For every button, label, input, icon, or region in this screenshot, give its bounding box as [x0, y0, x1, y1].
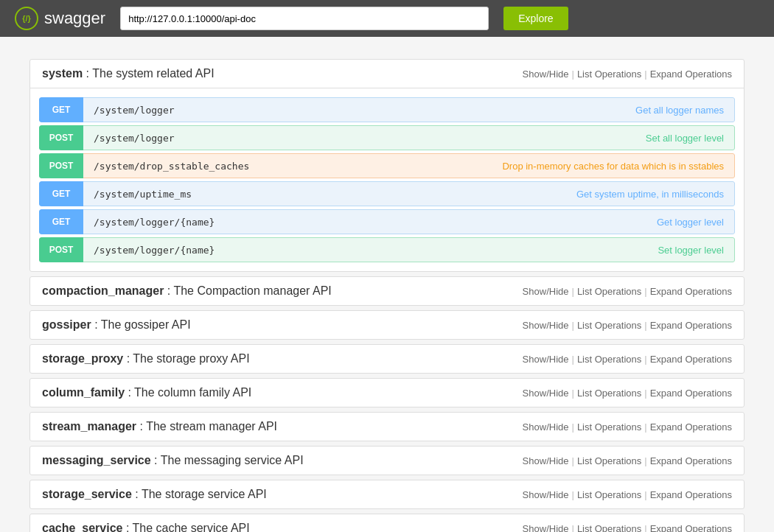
section-controls: Show/Hide | List Operations | Expand Ope… [523, 320, 732, 331]
section-controls: Show/Hide | List Operations | Expand Ope… [523, 286, 732, 297]
show-hide-link[interactable]: Show/Hide [523, 523, 569, 533]
method-badge-get: GET [39, 209, 83, 234]
api-section-compaction_manager: compaction_manager : The Compaction mana… [29, 276, 745, 306]
api-section-header: compaction_manager : The Compaction mana… [30, 277, 744, 305]
endpoint-description: Get all logger names [588, 97, 735, 122]
expand-operations-link[interactable]: Expand Operations [650, 354, 732, 365]
api-section-title: stream_manager : The stream manager API [42, 420, 523, 433]
endpoint-description: Get system uptime, in milliseconds [566, 181, 735, 206]
show-hide-link[interactable]: Show/Hide [523, 421, 569, 433]
method-badge-get: GET [39, 97, 83, 122]
endpoint-description: Drop in-memory caches for data which is … [492, 153, 735, 178]
endpoint-row: GET /system/uptime_ms Get system uptime,… [39, 181, 735, 206]
swagger-logo-icon: {/} [15, 7, 38, 30]
list-operations-link[interactable]: List Operations [577, 421, 641, 433]
endpoint-row: GET /system/logger/{name} Get logger lev… [39, 209, 735, 234]
endpoint-path: /system/logger [83, 97, 588, 122]
api-section-storage_service: storage_service : The storage service AP… [29, 480, 745, 509]
endpoint-path: /system/drop_sstable_caches [83, 153, 492, 178]
section-controls: Show/Hide | List Operations | Expand Ope… [523, 523, 732, 533]
list-operations-link[interactable]: List Operations [577, 286, 641, 297]
api-section-messaging_service: messaging_service : The messaging servic… [29, 446, 745, 475]
expand-operations-link[interactable]: Expand Operations [650, 523, 732, 533]
api-section-header: cache_service : The cache service API Sh… [30, 514, 744, 532]
expand-operations-link[interactable]: Expand Operations [650, 320, 732, 331]
expand-operations-link[interactable]: Expand Operations [650, 286, 732, 297]
header: {/} swagger Explore [0, 0, 774, 37]
endpoint-row: POST /system/logger Set all logger level [39, 125, 735, 150]
show-hide-link[interactable]: Show/Hide [523, 354, 569, 365]
system-section-controls: Show/Hide | List Operations | Expand Ope… [523, 69, 732, 80]
section-controls: Show/Hide | List Operations | Expand Ope… [523, 455, 732, 466]
api-sections-container: compaction_manager : The Compaction mana… [29, 276, 745, 532]
section-controls: Show/Hide | List Operations | Expand Ope… [523, 354, 732, 365]
endpoint-row: POST /system/logger/{name} Set logger le… [39, 237, 735, 262]
api-section-storage_proxy: storage_proxy : The storage proxy API Sh… [29, 344, 745, 374]
expand-operations-link[interactable]: Expand Operations [650, 455, 732, 466]
section-controls: Show/Hide | List Operations | Expand Ope… [523, 489, 732, 500]
swagger-logo-text: swagger [44, 9, 105, 28]
api-section-header: storage_service : The storage service AP… [30, 480, 744, 508]
api-section-title: column_family : The column family API [42, 386, 523, 399]
api-section-title: messaging_service : The messaging servic… [42, 454, 523, 467]
main-content: system : The system related API Show/Hid… [15, 59, 759, 532]
swagger-logo: {/} swagger [15, 7, 105, 30]
system-section: system : The system related API Show/Hid… [29, 59, 745, 272]
list-operations-link[interactable]: List Operations [577, 354, 641, 365]
endpoint-path: /system/logger/{name} [83, 209, 588, 234]
system-endpoints: GET /system/logger Get all logger names … [30, 88, 744, 271]
list-operations-link[interactable]: List Operations [577, 388, 641, 399]
list-operations-link[interactable]: List Operations [577, 523, 641, 533]
endpoint-description: Set logger level [588, 237, 735, 262]
show-hide-link[interactable]: Show/Hide [523, 489, 569, 500]
api-section-header: stream_manager : The stream manager API … [30, 413, 744, 441]
show-hide-link[interactable]: Show/Hide [523, 320, 569, 331]
system-expand-operations[interactable]: Expand Operations [650, 69, 732, 80]
api-url-input[interactable] [120, 7, 489, 30]
method-badge-post: POST [39, 125, 83, 150]
api-section-gossiper: gossiper : The gossiper API Show/Hide | … [29, 310, 745, 340]
expand-operations-link[interactable]: Expand Operations [650, 388, 732, 399]
api-section-header: messaging_service : The messaging servic… [30, 447, 744, 475]
api-section-title: storage_proxy : The storage proxy API [42, 352, 523, 365]
api-section-header: storage_proxy : The storage proxy API Sh… [30, 345, 744, 373]
method-badge-post: POST [39, 153, 83, 178]
endpoint-path: /system/logger [83, 125, 588, 150]
system-show-hide[interactable]: Show/Hide [523, 69, 569, 80]
system-list-operations[interactable]: List Operations [577, 69, 641, 80]
list-operations-link[interactable]: List Operations [577, 455, 641, 466]
api-section-title: cache_service : The cache service API [42, 522, 523, 532]
api-section-title: gossiper : The gossiper API [42, 318, 523, 332]
system-section-title: system : The system related API [42, 67, 523, 80]
endpoint-path: /system/uptime_ms [83, 181, 566, 206]
show-hide-link[interactable]: Show/Hide [523, 388, 569, 399]
endpoint-row: GET /system/logger Get all logger names [39, 97, 735, 122]
expand-operations-link[interactable]: Expand Operations [650, 489, 732, 500]
api-section-header: column_family : The column family API Sh… [30, 379, 744, 407]
api-section-header: gossiper : The gossiper API Show/Hide | … [30, 311, 744, 339]
api-section-cache_service: cache_service : The cache service API Sh… [29, 514, 745, 532]
section-controls: Show/Hide | List Operations | Expand Ope… [523, 388, 732, 399]
endpoint-path: /system/logger/{name} [83, 237, 588, 262]
method-badge-post: POST [39, 237, 83, 262]
system-section-header: system : The system related API Show/Hid… [30, 60, 744, 88]
show-hide-link[interactable]: Show/Hide [523, 286, 569, 297]
endpoint-row: POST /system/drop_sstable_caches Drop in… [39, 153, 735, 178]
endpoint-description: Set all logger level [588, 125, 735, 150]
api-section-stream_manager: stream_manager : The stream manager API … [29, 412, 745, 441]
section-controls: Show/Hide | List Operations | Expand Ope… [523, 421, 732, 433]
list-operations-link[interactable]: List Operations [577, 489, 641, 500]
expand-operations-link[interactable]: Expand Operations [650, 421, 732, 433]
method-badge-get: GET [39, 181, 83, 206]
api-section-column_family: column_family : The column family API Sh… [29, 378, 745, 407]
api-section-title: compaction_manager : The Compaction mana… [42, 284, 523, 298]
show-hide-link[interactable]: Show/Hide [523, 455, 569, 466]
endpoint-description: Get logger level [588, 209, 735, 234]
explore-button[interactable]: Explore [503, 7, 568, 30]
list-operations-link[interactable]: List Operations [577, 320, 641, 331]
api-section-title: storage_service : The storage service AP… [42, 488, 523, 501]
